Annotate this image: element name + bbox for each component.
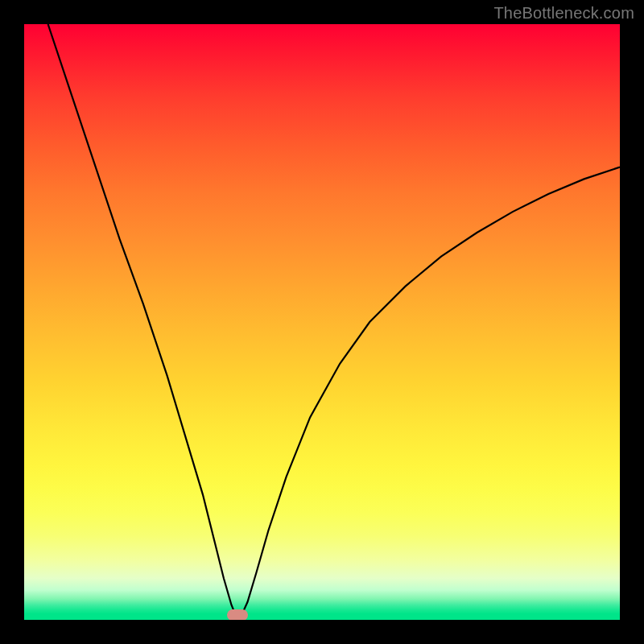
optimal-marker	[227, 609, 248, 620]
plot-area	[24, 24, 620, 620]
curve-layer	[24, 24, 620, 620]
watermark-text: TheBottleneck.com	[493, 4, 634, 23]
chart-frame: TheBottleneck.com	[0, 0, 644, 644]
bottleneck-curve	[48, 24, 620, 618]
